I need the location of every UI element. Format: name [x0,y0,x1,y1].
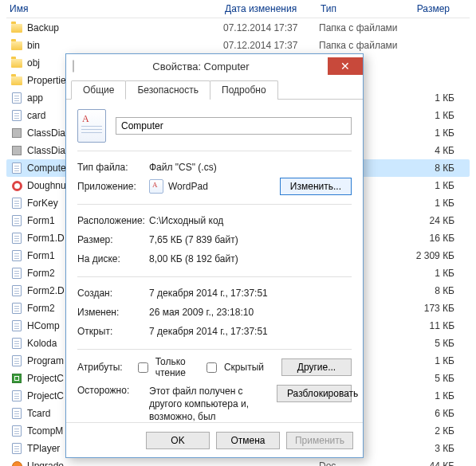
dialog-title: Свойства: Computer [74,61,328,72]
row-name: bin [24,40,223,51]
row-icon [10,390,24,402]
file-icon [12,408,22,419]
opened-label: Открыт: [77,326,149,337]
row-size: 11 КБ [407,320,454,331]
file-icon [12,215,22,226]
row-icon [10,442,24,455]
file-icon [12,443,22,454]
tab-bar: Общие Безопасность Подробно [66,80,363,100]
row-size: 6 КБ [407,408,454,419]
hidden-checkbox[interactable]: Скрытый [203,360,264,375]
row-icon [10,460,24,466]
row-size: 1 КБ [407,198,454,209]
row-icon [10,179,24,192]
file-icon [12,338,22,349]
change-app-button[interactable]: Изменить... [280,178,352,195]
row-icon [10,284,24,297]
titlebar-file-icon [73,61,74,72]
folder-icon [11,24,22,33]
row-name: Upgrade [24,460,223,466]
file-icon [12,320,22,331]
location-value: C:\Исходный код [149,215,352,226]
row-icon [10,39,24,52]
ondisk-value: 8,00 КБ (8 192 байт) [149,253,352,264]
row-size: 5 КБ [407,338,454,349]
created-value: 7 декабря 2014 г., 17:37:51 [149,288,352,299]
file-icon [12,198,22,209]
header-size[interactable]: Размер [405,2,453,16]
wordpad-icon [149,179,163,194]
ring-icon [12,181,22,191]
row-size: 1 КБ [407,127,454,139]
row-icon [10,109,24,122]
file-icon [12,285,22,296]
row-icon [10,267,24,280]
header-name[interactable]: Имя [6,2,222,16]
row-size: 8 КБ [407,163,454,174]
orange-icon [12,461,22,467]
size-label: Размер: [77,234,149,245]
filename-input[interactable] [116,117,352,135]
close-button[interactable]: ✕ [328,57,363,75]
caution-text: Этот файл получен с другого компьютера и… [149,385,272,422]
apply-button[interactable]: Применить [286,432,353,449]
row-size: 24 КБ [407,215,454,226]
row-icon [10,354,24,367]
opened-value: 7 декабря 2014 г., 17:37:51 [149,326,352,337]
row-icon [10,407,24,420]
filetype-value: Файл "CS" (.cs) [149,162,352,173]
tab-security[interactable]: Безопасность [125,80,210,100]
dialog-button-row: OK Отмена Применить [66,422,363,457]
titlebar[interactable]: Свойства: Computer ✕ [66,54,363,78]
row-size: 1 КБ [407,268,454,279]
row-size: 3 КБ [407,443,454,454]
file-icon [12,163,22,174]
readonly-checkbox[interactable]: Только чтение [135,356,186,378]
proj-icon [12,374,22,383]
filetype-big-icon [77,109,106,143]
ondisk-label: На диске: [77,253,149,264]
file-row[interactable]: Backup07.12.2014 17:37Папка с файлами [6,19,470,37]
file-row[interactable]: UpgradeDoc…44 КБ [6,457,470,466]
row-size: 1 КБ [407,180,454,191]
file-icon [12,233,22,244]
file-icon [12,425,22,437]
row-icon [10,74,24,87]
size-value: 7,65 КБ (7 839 байт) [149,234,352,245]
column-headers: Имя Дата изменения Тип Размер [6,0,470,18]
file-icon [12,355,22,366]
row-icon [10,22,24,34]
header-date[interactable]: Дата изменения [222,2,317,16]
row-icon [10,162,24,174]
hidden-input[interactable] [207,362,217,373]
row-icon [10,232,24,245]
row-size: 2 КБ [407,425,454,437]
other-attributes-button[interactable]: Другие... [281,358,352,376]
row-size: 44 КБ [407,460,454,466]
file-row[interactable]: bin07.12.2014 17:37Папка с файлами [6,37,470,54]
row-type: Папка с файлами [319,40,407,51]
ok-button[interactable]: OK [146,432,210,449]
tab-general[interactable]: Общие [71,80,126,100]
row-size: 1 КБ [407,110,454,121]
cancel-button[interactable]: Отмена [216,432,280,449]
attributes-label: Атрибуты: [77,362,135,373]
row-size: 173 КБ [407,303,454,314]
row-icon [10,425,24,437]
row-date: 07.12.2014 17:37 [223,40,319,51]
file-icon [12,303,22,314]
row-size: 2 309 КБ [407,250,454,261]
block-icon [12,128,22,138]
file-icon [12,268,22,279]
file-icon [12,110,22,121]
folder-icon [11,41,22,50]
row-icon [10,127,24,139]
unblock-button[interactable]: Разблокировать [277,385,352,402]
row-name: Backup [24,22,223,33]
row-icon [10,372,24,385]
row-icon [10,92,24,104]
header-type[interactable]: Тип [317,2,405,16]
tab-details[interactable]: Подробно [210,80,278,100]
readonly-input[interactable] [138,362,148,373]
file-icon [12,92,22,104]
